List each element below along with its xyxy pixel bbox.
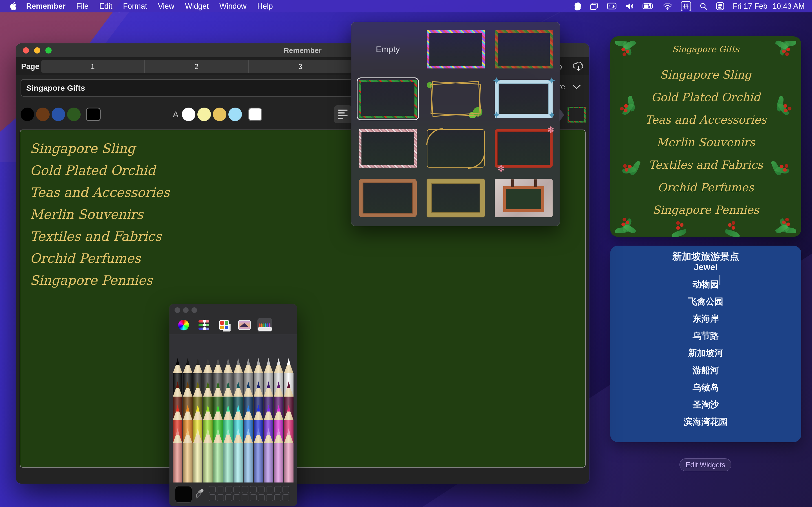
pencils-tab[interactable]	[257, 318, 272, 332]
frame-option[interactable]	[493, 29, 554, 70]
text-color-swatch[interactable]	[229, 108, 242, 121]
pencil-swatch[interactable]	[193, 428, 203, 487]
menu-item[interactable]: Remember	[21, 0, 71, 12]
pencil-swatch[interactable]	[284, 428, 294, 487]
empty-swatch-slot[interactable]	[217, 494, 224, 501]
empty-swatch-slot[interactable]	[242, 494, 248, 501]
image-palettes-tab[interactable]	[237, 318, 252, 332]
empty-swatch-slot[interactable]	[209, 494, 216, 501]
custom-text-color-button[interactable]	[248, 108, 262, 121]
frame-option[interactable]	[357, 128, 418, 169]
note-line[interactable]: Singapore Sling	[30, 137, 170, 159]
empty-swatch-slot[interactable]	[258, 486, 265, 493]
empty-swatch-slot[interactable]	[234, 486, 240, 493]
frame-option[interactable]	[493, 78, 554, 119]
frame-option[interactable]	[425, 29, 486, 70]
page-tab[interactable]: 1	[41, 60, 144, 73]
singapore-attractions-widget[interactable]: 新加坡旅游景点 Jewel动物园飞禽公园东海岸乌节路新加坡河游船河乌敏岛圣淘沙滨…	[610, 245, 801, 442]
empty-swatch-slot[interactable]	[266, 494, 273, 501]
note-line[interactable]: Teas and Accessories	[30, 181, 170, 203]
pencil-swatch[interactable]	[223, 428, 233, 487]
empty-swatch-slot[interactable]	[283, 494, 289, 501]
input-method-icon[interactable]: 拼	[681, 1, 691, 11]
text-color-swatch[interactable]	[182, 108, 195, 121]
custom-background-color-button[interactable]	[86, 108, 101, 121]
pencil-swatch[interactable]	[234, 428, 243, 487]
background-color-swatch[interactable]	[36, 108, 50, 121]
singapore-gifts-widget[interactable]: Singapore Gifts Singapore SlingGold Plat…	[610, 36, 801, 237]
empty-swatch-slot[interactable]	[234, 494, 240, 501]
empty-swatch-slot[interactable]	[242, 486, 248, 493]
color-wheel-tab[interactable]	[176, 318, 191, 332]
pencil-swatch[interactable]	[183, 428, 193, 487]
empty-swatch-slot[interactable]	[225, 494, 232, 501]
frame-label: Empty	[357, 29, 418, 70]
page-tab[interactable]: 3	[248, 60, 352, 73]
cloud-download-icon[interactable]	[572, 61, 585, 72]
menu-item[interactable]: Window	[214, 0, 252, 12]
color-sliders-tab[interactable]	[197, 318, 211, 332]
menubar-app-icon[interactable]	[573, 2, 581, 11]
pencil-swatch[interactable]	[213, 428, 223, 487]
pencil-swatch[interactable]	[203, 428, 213, 487]
close-button[interactable]	[174, 307, 180, 313]
edit-widgets-button[interactable]: Edit Widgets	[679, 458, 731, 471]
text-color-swatch[interactable]	[197, 108, 211, 121]
frame-option[interactable]	[425, 177, 486, 219]
note-line[interactable]: Gold Plated Orchid	[30, 159, 170, 181]
pencil-swatch[interactable]	[173, 428, 183, 487]
text-color-swatch[interactable]	[213, 108, 226, 121]
control-center-icon[interactable]	[716, 2, 724, 10]
spotlight-search-icon[interactable]	[700, 2, 707, 10]
frame-option[interactable]	[493, 128, 554, 169]
background-color-swatch[interactable]	[20, 108, 34, 121]
empty-swatch-slot[interactable]	[250, 486, 257, 493]
menu-item[interactable]: Widget	[180, 0, 214, 12]
empty-swatch-slot[interactable]	[283, 486, 289, 493]
apple-menu-icon[interactable]	[10, 2, 17, 10]
menu-item[interactable]: Help	[252, 0, 278, 12]
text-align-button[interactable]	[334, 105, 352, 123]
menu-item[interactable]: Edit	[94, 0, 118, 12]
pencil-swatch[interactable]	[244, 428, 253, 487]
color-palettes-tab[interactable]	[217, 318, 232, 332]
empty-swatch-slot[interactable]	[225, 486, 232, 493]
current-color-swatch[interactable]	[175, 486, 192, 503]
note-line[interactable]: Singapore Pennies	[30, 269, 170, 291]
wifi-icon[interactable]	[663, 3, 672, 10]
battery-icon[interactable]	[643, 3, 654, 10]
pencil-swatch[interactable]	[254, 428, 263, 487]
frame-option[interactable]	[357, 177, 418, 219]
frame-option[interactable]	[425, 78, 486, 119]
frame-option[interactable]	[493, 177, 554, 219]
display-icon[interactable]	[607, 2, 617, 10]
empty-swatch-slot[interactable]	[274, 486, 281, 493]
frame-option[interactable]	[357, 78, 418, 119]
menu-item[interactable]: View	[153, 0, 180, 12]
volume-icon[interactable]	[625, 2, 634, 10]
frame-option[interactable]: Empty	[357, 29, 418, 70]
empty-swatch-slot[interactable]	[250, 494, 257, 501]
background-color-swatch[interactable]	[52, 108, 65, 121]
trailing-dropdown[interactable]: re	[559, 82, 581, 91]
note-line[interactable]: Orchid Perfumes	[30, 247, 170, 269]
empty-swatch-slot[interactable]	[217, 486, 224, 493]
color-panel-titlebar[interactable]	[169, 304, 297, 316]
pencil-swatch[interactable]	[274, 428, 283, 487]
empty-swatch-slot[interactable]	[209, 486, 216, 493]
empty-swatch-slot[interactable]	[258, 494, 265, 501]
note-line[interactable]: Textiles and Fabrics	[30, 225, 170, 247]
pencil-swatch[interactable]	[264, 428, 273, 487]
menu-item[interactable]: Format	[118, 0, 153, 12]
empty-swatch-slot[interactable]	[266, 486, 273, 493]
page-tab[interactable]: 2	[144, 60, 248, 73]
menu-item[interactable]: File	[71, 0, 94, 12]
background-color-swatch[interactable]	[67, 108, 81, 121]
empty-swatch-slot[interactable]	[274, 494, 281, 501]
eyedropper-icon[interactable]	[194, 488, 205, 500]
mission-control-icon[interactable]	[590, 2, 599, 10]
menubar-clock[interactable]: Fri 17 Feb 10:43 AM	[733, 2, 805, 11]
frame-picker-button[interactable]	[567, 107, 586, 122]
frame-option[interactable]	[425, 128, 486, 169]
note-line[interactable]: Merlin Souvenirs	[30, 203, 170, 225]
